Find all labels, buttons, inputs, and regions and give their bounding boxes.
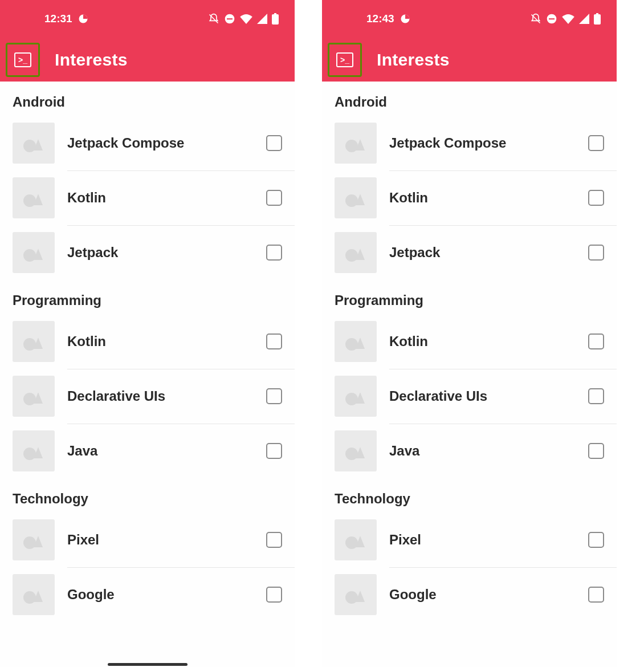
checkbox[interactable] (266, 388, 282, 404)
svg-rect-18 (594, 14, 601, 25)
placeholder-image-icon (335, 177, 377, 218)
item-label: Jetpack Compose (55, 135, 266, 151)
item-label: Pixel (55, 532, 266, 548)
list-item[interactable]: Kotlin (322, 170, 617, 225)
svg-rect-4 (272, 14, 279, 25)
battery-icon (594, 13, 601, 25)
phone-screen-right: 12:43 >_ Interests (322, 0, 617, 667)
checkbox[interactable] (588, 532, 604, 548)
checkbox[interactable] (588, 443, 604, 459)
phone-screen-left: 12:31 >_ Interests (0, 0, 295, 667)
section-header-technology: Technology (0, 478, 295, 513)
interests-list[interactable]: Android Jetpack Compose Kotlin Jetpack P… (322, 82, 617, 667)
section-header-technology: Technology (322, 478, 617, 513)
svg-rect-17 (549, 18, 555, 19)
checkbox[interactable] (266, 245, 282, 261)
checkbox[interactable] (266, 190, 282, 206)
item-label: Google (55, 587, 266, 603)
dnd-icon (546, 13, 557, 25)
checkbox[interactable] (266, 587, 282, 603)
checkbox[interactable] (588, 190, 604, 206)
app-bar: >_ Interests (322, 38, 617, 82)
terminal-icon: >_ (336, 52, 353, 67)
placeholder-image-icon (13, 519, 55, 560)
placeholder-image-icon (13, 177, 55, 218)
item-label: Jetpack (377, 245, 588, 261)
dnd-icon (224, 13, 235, 25)
list-item[interactable]: Google (322, 567, 617, 622)
checkbox[interactable] (266, 135, 282, 151)
list-item[interactable]: Jetpack Compose (322, 116, 617, 170)
item-label: Kotlin (55, 190, 266, 206)
list-item[interactable]: Kotlin (0, 314, 295, 369)
svg-rect-19 (596, 13, 598, 15)
svg-rect-5 (274, 13, 276, 15)
checkbox[interactable] (588, 587, 604, 603)
list-item[interactable]: Kotlin (0, 170, 295, 225)
section-header-android: Android (0, 82, 295, 116)
status-bar: 12:31 (0, 0, 295, 38)
item-label: Kotlin (377, 190, 588, 206)
nav-drawer-button[interactable]: >_ (6, 43, 40, 77)
list-item[interactable]: Jetpack (322, 225, 617, 280)
list-item[interactable]: Pixel (0, 513, 295, 567)
checkbox[interactable] (588, 334, 604, 349)
status-time: 12:31 (44, 13, 72, 25)
checkbox[interactable] (588, 245, 604, 261)
placeholder-image-icon (13, 430, 55, 471)
placeholder-image-icon (335, 519, 377, 560)
status-bar: 12:43 (322, 0, 617, 38)
section-header-android: Android (322, 82, 617, 116)
list-item[interactable]: Pixel (322, 513, 617, 567)
item-label: Declarative UIs (377, 388, 588, 404)
checkbox[interactable] (266, 443, 282, 459)
placeholder-image-icon (335, 321, 377, 362)
svg-rect-3 (227, 18, 233, 19)
checkbox[interactable] (588, 135, 604, 151)
section-header-programming: Programming (0, 280, 295, 314)
nav-drawer-button[interactable]: >_ (328, 43, 362, 77)
dnd-off-icon (208, 13, 219, 25)
section-header-programming: Programming (322, 280, 617, 314)
interests-list[interactable]: Android Jetpack Compose Kotlin Jetpack P… (0, 82, 295, 667)
item-label: Kotlin (377, 334, 588, 349)
placeholder-image-icon (335, 232, 377, 273)
item-label: Jetpack (55, 245, 266, 261)
clock-icon (400, 14, 410, 24)
checkbox[interactable] (266, 532, 282, 548)
home-indicator[interactable] (108, 663, 188, 666)
list-item[interactable]: Java (322, 424, 617, 478)
placeholder-image-icon (13, 232, 55, 273)
placeholder-image-icon (335, 430, 377, 471)
wifi-icon (562, 14, 574, 24)
list-item[interactable]: Declarative UIs (0, 369, 295, 424)
item-label: Jetpack Compose (377, 135, 588, 151)
page-title: Interests (55, 50, 128, 70)
placeholder-image-icon (13, 123, 55, 164)
item-label: Google (377, 587, 588, 603)
list-item[interactable]: Java (0, 424, 295, 478)
item-label: Java (377, 443, 588, 459)
app-bar: >_ Interests (0, 38, 295, 82)
item-label: Declarative UIs (55, 388, 266, 404)
item-label: Java (55, 443, 266, 459)
list-item[interactable]: Kotlin (322, 314, 617, 369)
wifi-icon (240, 14, 252, 24)
cellular-icon (257, 14, 267, 24)
clock-icon (78, 14, 88, 24)
list-item[interactable]: Google (0, 567, 295, 622)
list-item[interactable]: Jetpack Compose (0, 116, 295, 170)
item-label: Kotlin (55, 334, 266, 349)
placeholder-image-icon (335, 123, 377, 164)
terminal-icon: >_ (14, 52, 31, 67)
status-time: 12:43 (366, 13, 394, 25)
list-item[interactable]: Jetpack (0, 225, 295, 280)
checkbox[interactable] (588, 388, 604, 404)
list-item[interactable]: Declarative UIs (322, 369, 617, 424)
checkbox[interactable] (266, 334, 282, 349)
placeholder-image-icon (13, 574, 55, 615)
placeholder-image-icon (13, 321, 55, 362)
placeholder-image-icon (13, 376, 55, 417)
item-label: Pixel (377, 532, 588, 548)
placeholder-image-icon (335, 376, 377, 417)
